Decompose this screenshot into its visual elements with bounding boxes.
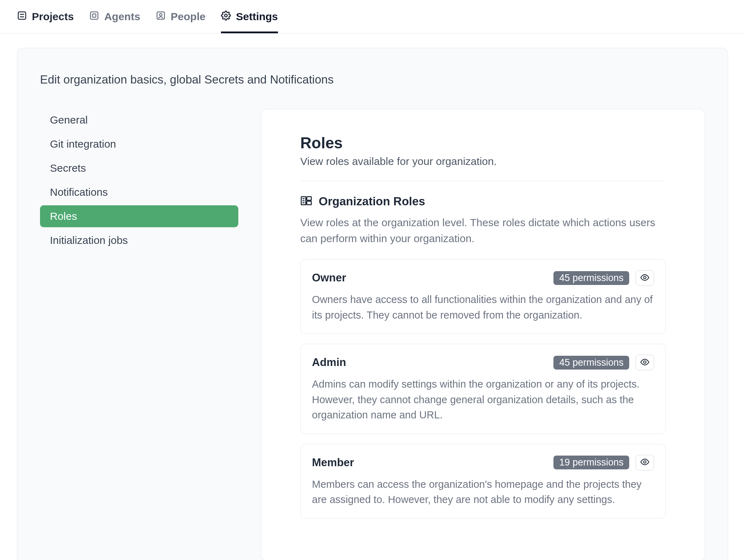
sidebar-item-initialization-jobs[interactable]: Initialization jobs <box>40 229 238 251</box>
role-description: Admins can modify settings within the or… <box>312 377 654 423</box>
sidebar-item-label: Git integration <box>50 138 116 150</box>
panel-title: Roles <box>300 134 666 152</box>
svg-point-7 <box>225 14 227 17</box>
tab-label: Settings <box>236 11 278 23</box>
sidebar-item-label: General <box>50 114 88 126</box>
sidebar-item-roles[interactable]: Roles <box>40 205 238 227</box>
tab-settings[interactable]: Settings <box>221 0 278 33</box>
view-role-button[interactable] <box>636 270 654 286</box>
view-role-button[interactable] <box>636 455 654 470</box>
svg-rect-9 <box>307 197 311 200</box>
sidebar-item-label: Roles <box>50 210 77 222</box>
svg-rect-4 <box>93 14 96 17</box>
tab-label: Projects <box>32 11 74 23</box>
svg-point-6 <box>160 13 162 16</box>
roles-icon <box>300 195 312 208</box>
permissions-badge: 19 permissions <box>553 456 629 469</box>
role-name: Owner <box>312 272 346 284</box>
section-heading: Organization Roles <box>300 195 666 208</box>
sidebar-item-general[interactable]: General <box>40 109 238 131</box>
sidebar-item-label: Notifications <box>50 186 108 198</box>
role-description: Owners have access to all functionalitie… <box>312 292 654 323</box>
section-description: View roles at the organization level. Th… <box>300 215 666 246</box>
settings-container: Edit organization basics, global Secrets… <box>17 48 728 560</box>
tab-label: People <box>171 11 205 23</box>
roles-panel: Roles View roles available for your orga… <box>261 109 705 560</box>
settings-sidebar: General Git integration Secrets Notifica… <box>40 109 238 560</box>
eye-icon <box>640 358 649 368</box>
tab-projects[interactable]: Projects <box>17 0 74 33</box>
svg-rect-10 <box>307 201 311 205</box>
tab-people[interactable]: People <box>156 0 205 33</box>
role-description: Members can access the organization's ho… <box>312 477 654 508</box>
eye-icon <box>640 457 649 468</box>
sidebar-item-label: Initialization jobs <box>50 234 128 246</box>
permissions-badge: 45 permissions <box>553 271 629 285</box>
eye-icon <box>640 273 649 283</box>
tab-agents[interactable]: Agents <box>89 0 140 33</box>
sidebar-item-git-integration[interactable]: Git integration <box>40 133 238 155</box>
top-nav: Projects Agents People Settings <box>0 0 745 34</box>
sidebar-item-label: Secrets <box>50 162 86 174</box>
svg-point-16 <box>644 461 646 463</box>
sidebar-item-secrets[interactable]: Secrets <box>40 157 238 179</box>
svg-rect-0 <box>18 12 26 19</box>
role-name: Admin <box>312 356 346 369</box>
sidebar-item-notifications[interactable]: Notifications <box>40 181 238 203</box>
svg-rect-3 <box>91 12 98 19</box>
svg-point-14 <box>644 276 646 279</box>
permissions-badge: 45 permissions <box>553 356 629 370</box>
role-card-owner: Owner 45 permissions Owners have access … <box>300 259 666 334</box>
tab-label: Agents <box>104 11 140 23</box>
role-card-member: Member 19 permissions Members can access… <box>300 444 666 519</box>
svg-point-15 <box>644 361 646 363</box>
settings-icon <box>221 11 231 23</box>
container-subtitle: Edit organization basics, global Secrets… <box>40 73 705 86</box>
view-role-button[interactable] <box>636 355 654 370</box>
section-title: Organization Roles <box>319 195 425 208</box>
agents-icon <box>89 11 99 23</box>
role-name: Member <box>312 456 354 469</box>
panel-description: View roles available for your organizati… <box>300 155 666 181</box>
role-card-admin: Admin 45 permissions Admins can modify s… <box>300 344 666 434</box>
people-icon <box>156 11 166 23</box>
projects-icon <box>17 11 27 23</box>
